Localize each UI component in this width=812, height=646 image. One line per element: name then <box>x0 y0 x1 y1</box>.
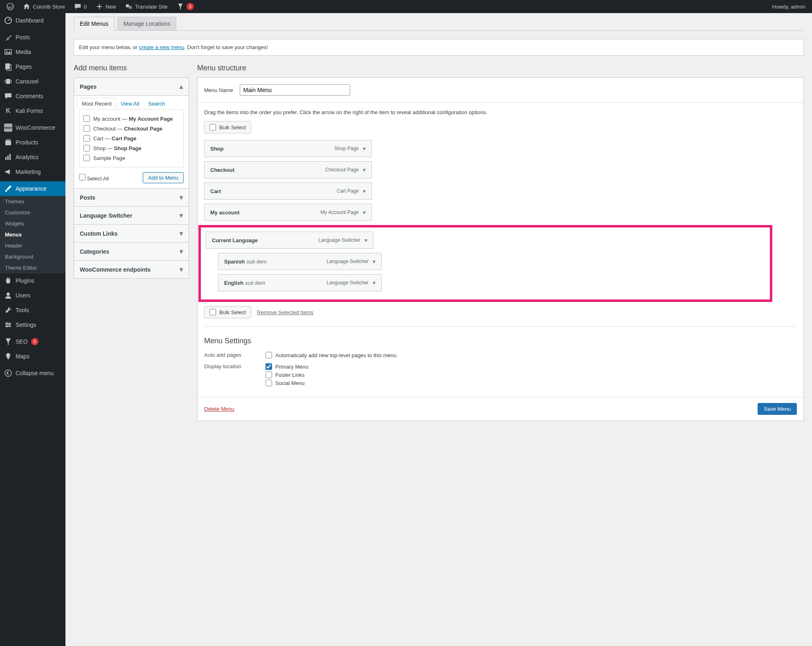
sub-themes[interactable]: Themes <box>0 196 65 207</box>
nav-kali-forms[interactable]: KKali Forms <box>0 104 65 118</box>
caret-down-icon[interactable]: ▾ <box>363 209 366 216</box>
delete-menu-link[interactable]: Delete Menu <box>204 406 234 412</box>
page-checkbox[interactable] <box>83 145 90 151</box>
nav-pages[interactable]: Pages <box>0 59 65 74</box>
sub-widgets[interactable]: Widgets <box>0 218 65 229</box>
save-menu-button[interactable]: Save Menu <box>758 403 797 415</box>
loc-primary-checkbox[interactable] <box>265 363 272 370</box>
acc-custom-links[interactable]: Custom Links▾ <box>74 225 189 242</box>
sub-theme-editor[interactable]: Theme Editor <box>0 262 65 273</box>
page-checkbox[interactable] <box>83 125 90 132</box>
loc-social-checkbox[interactable] <box>265 380 272 386</box>
svg-rect-12 <box>5 157 7 160</box>
site-name[interactable]: Colorlib Store <box>20 3 68 10</box>
loc-social[interactable]: Social Menu <box>265 379 308 387</box>
page-item[interactable]: Checkout — Checkout Page <box>83 124 179 133</box>
nav-posts[interactable]: Posts <box>0 30 65 45</box>
sub-customize[interactable]: Customize <box>0 207 65 218</box>
pin-icon <box>4 33 12 41</box>
caret-down-icon[interactable]: ▾ <box>364 237 367 243</box>
menu-item[interactable]: CartCart Page▾ <box>204 182 372 200</box>
pages-tab-recent[interactable]: Most Recent <box>77 98 116 109</box>
dashboard-icon <box>4 16 12 25</box>
sub-menus[interactable]: Menus <box>0 229 65 240</box>
menu-item[interactable]: ShopShop Page▾ <box>204 140 372 157</box>
menu-item-sub[interactable]: Spanishsub itemLanguage Switcher▾ <box>218 253 382 270</box>
nav-carousel[interactable]: Carousel <box>0 74 65 89</box>
auto-add-option[interactable]: Automatically add new top-level pages to… <box>265 351 396 359</box>
loc-footer[interactable]: Footer Links <box>265 371 308 379</box>
nav-marketing[interactable]: Marketing <box>0 164 65 179</box>
admin-sidenav: Dashboard Posts Media Pages Carousel Com… <box>0 13 65 646</box>
bulk-select-checkbox-2[interactable] <box>209 309 216 315</box>
page-item[interactable]: Sample Page <box>83 153 179 163</box>
yoast-icon <box>177 3 184 10</box>
wp-logo[interactable] <box>3 3 17 10</box>
caret-down-icon[interactable]: ▾ <box>373 279 376 286</box>
auto-add-checkbox[interactable] <box>265 352 272 358</box>
nav-collapse[interactable]: Collapse menu <box>0 366 65 380</box>
menu-item[interactable]: My accountMy Account Page▾ <box>204 204 372 221</box>
tab-manage-locations[interactable]: Manage Locations <box>117 17 176 30</box>
nav-users[interactable]: Users <box>0 288 65 303</box>
comments-link[interactable]: 0 <box>71 3 90 10</box>
loc-footer-checkbox[interactable] <box>265 371 272 378</box>
nav-analytics[interactable]: Analytics <box>0 150 65 164</box>
caret-down-icon[interactable]: ▾ <box>363 167 366 173</box>
nav-maps[interactable]: Maps <box>0 349 65 364</box>
select-all[interactable]: Select All <box>79 174 109 182</box>
nav-seo[interactable]: SEO 3 <box>0 334 65 349</box>
acc-posts[interactable]: Posts▾ <box>74 189 189 206</box>
pages-tab-search[interactable]: Search <box>144 98 169 109</box>
nav-appearance[interactable]: Appearance <box>0 181 65 196</box>
caret-down-icon[interactable]: ▾ <box>373 258 376 265</box>
nav-settings[interactable]: Settings <box>0 317 65 332</box>
create-new-menu-link[interactable]: create a new menu <box>139 44 184 50</box>
plus-icon <box>96 3 103 10</box>
howdy[interactable]: Howdy, admin <box>769 4 809 10</box>
yoast-badge: 3 <box>187 3 194 10</box>
caret-down-icon[interactable]: ▾ <box>363 188 366 194</box>
map-icon <box>4 352 12 360</box>
acc-pages-header[interactable]: Pages▴ <box>74 78 189 95</box>
translate-site[interactable]: Translate Site <box>122 3 171 10</box>
menu-item-sub[interactable]: Englishsub itemLanguage Switcher▾ <box>218 274 382 291</box>
menu-name-input[interactable] <box>240 84 350 96</box>
acc-language-switcher[interactable]: Language Switcher▾ <box>74 207 189 224</box>
nav-tools[interactable]: Tools <box>0 303 65 317</box>
menu-item-current-language[interactable]: Current Language Language Switcher▾ <box>206 232 373 249</box>
select-all-checkbox[interactable] <box>79 174 85 180</box>
nav-plugins[interactable]: Plugins <box>0 273 65 288</box>
nav-media[interactable]: Media <box>0 45 65 59</box>
remove-selected-link[interactable]: Remove Selected Items <box>257 309 313 315</box>
new-label: New <box>106 4 116 10</box>
caret-down-icon[interactable]: ▾ <box>363 145 366 152</box>
acc-woo-endpoints[interactable]: WooCommerce endpoints▾ <box>74 261 189 278</box>
svg-point-22 <box>5 370 11 376</box>
bulk-select-top[interactable]: Bulk Select <box>204 121 251 133</box>
nav-woocommerce[interactable]: wooWooCommerce <box>0 120 65 135</box>
page-checkbox[interactable] <box>83 155 90 161</box>
page-checkbox[interactable] <box>83 135 90 142</box>
bulk-select-checkbox[interactable] <box>209 124 216 131</box>
svg-point-5 <box>7 51 8 52</box>
loc-primary[interactable]: Primary Menu <box>265 362 308 371</box>
sub-background[interactable]: Background <box>0 251 65 262</box>
page-item[interactable]: My account — My Account Page <box>83 114 179 124</box>
bulk-select-bottom[interactable]: Bulk Select <box>204 306 251 318</box>
tab-edit-menus[interactable]: Edit Menus <box>74 17 115 31</box>
svg-point-20 <box>9 324 10 326</box>
pages-tab-viewall[interactable]: View All <box>116 98 144 109</box>
page-item[interactable]: Cart — Cart Page <box>83 133 179 143</box>
page-checkbox[interactable] <box>83 115 90 122</box>
new-content[interactable]: New <box>92 3 119 10</box>
yoast-item[interactable]: 3 <box>173 3 197 10</box>
page-item[interactable]: Shop — Shop Page <box>83 143 179 153</box>
menu-item[interactable]: CheckoutCheckout Page▾ <box>204 161 372 178</box>
add-to-menu-button[interactable]: Add to Menu <box>143 172 184 183</box>
sub-header[interactable]: Header <box>0 240 65 251</box>
nav-comments[interactable]: Comments <box>0 89 65 104</box>
nav-dashboard[interactable]: Dashboard <box>0 13 65 28</box>
acc-categories[interactable]: Categories▾ <box>74 243 189 260</box>
nav-products[interactable]: Products <box>0 135 65 150</box>
